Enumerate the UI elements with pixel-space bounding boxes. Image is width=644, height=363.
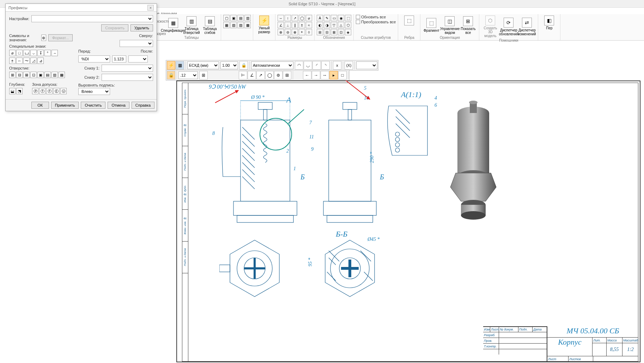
dim-icon[interactable]: ↗ [292, 15, 298, 21]
sym-countersink[interactable]: ⌵ [30, 50, 37, 56]
bend-table-button[interactable]: ▤Таблица сгибов [201, 16, 219, 35]
hole-sym[interactable]: ⊟ [16, 72, 23, 78]
misc-icon[interactable]: ▩ [244, 22, 251, 28]
sym-plusminus[interactable]: ± [9, 58, 16, 64]
annot-icon[interactable]: ⊡ [338, 29, 344, 35]
ft-arc4-button[interactable]: ◝ [321, 61, 330, 70]
dim-icon[interactable]: ◊ [306, 29, 312, 35]
ft-dim1-button[interactable]: ⊢ [239, 71, 247, 79]
apply-button[interactable]: Применить [51, 102, 79, 109]
ft-grid-button[interactable]: ▦ [176, 61, 184, 70]
misc-icon[interactable]: ▤ [237, 15, 244, 21]
top-select[interactable] [120, 40, 153, 47]
dim-icon[interactable]: ⌖ [299, 29, 305, 35]
before-select[interactable]: %DI [78, 55, 110, 63]
below2-select[interactable] [102, 74, 153, 81]
sym-between[interactable]: ↔ [16, 58, 23, 64]
dialog-titlebar[interactable]: Префиксы × [6, 4, 157, 12]
dim-icon[interactable]: ∥ [292, 22, 298, 28]
after-select[interactable] [128, 55, 148, 63]
zone-sym[interactable]: Ⓤ [60, 88, 67, 94]
symbol-link-icon[interactable]: ⊛ [41, 35, 46, 41]
hole-sym[interactable]: ⊠ [23, 72, 30, 78]
sym-counterbore[interactable]: ⌴ [23, 50, 30, 56]
clear-button[interactable]: Очистить [81, 102, 105, 109]
zone-sym[interactable]: Ⓣ [39, 88, 45, 94]
hole-sym[interactable]: ▤ [44, 72, 51, 78]
sym-degree[interactable]: ° [44, 50, 51, 56]
sym-diameter[interactable]: ⌀ [9, 50, 16, 56]
dim-icon[interactable]: ≈ [306, 22, 312, 28]
ft-arr2-button[interactable]: → [312, 71, 320, 79]
zone-sym[interactable]: Ⓟ [32, 88, 38, 94]
zone-sym[interactable]: Ⓕ [46, 88, 53, 94]
dim-icon[interactable]: ± [299, 22, 305, 28]
misc-icon[interactable]: ▥ [244, 15, 251, 21]
annot-icon[interactable]: ◑ [324, 22, 330, 28]
ft-arr3-button[interactable]: ↔ [321, 71, 329, 79]
sym-depth[interactable]: ↧ [37, 50, 44, 56]
last-button[interactable]: ◧Пер [540, 15, 558, 31]
hole-sym[interactable]: ⊡ [30, 72, 37, 78]
annot-icon[interactable]: △ [338, 22, 344, 28]
ft-dim3-button[interactable]: ↗ [256, 71, 265, 79]
annot-icon[interactable]: ◉ [338, 15, 344, 21]
depth-sym[interactable]: ⬔ [16, 88, 23, 94]
ft-xcirc-button[interactable]: (X) [345, 61, 353, 70]
annot-icon[interactable]: ⬡ [345, 22, 351, 28]
ft-end-select[interactable] [356, 61, 377, 69]
show-all-button[interactable]: ⊞Показать все [459, 16, 477, 35]
ok-button[interactable]: ОК [31, 102, 49, 109]
dim-icon[interactable]: ⊗ [292, 29, 298, 35]
annot-icon[interactable]: ◐ [317, 22, 323, 28]
ft-dim5-button[interactable]: ⊚ [274, 71, 282, 79]
sym-slope[interactable]: ◿ [30, 58, 37, 64]
drawing-canvas[interactable]: Перв. примен. Справ. № Подп. и дата Инв.… [162, 42, 643, 362]
change-mgr-button[interactable]: ⇄Диспетчер изменений [518, 17, 536, 37]
hole-sym[interactable]: ▥ [51, 72, 58, 78]
ft-dim4-button[interactable]: ◯ [265, 71, 274, 79]
convert-all-button[interactable]: Преобразовать все [356, 20, 396, 24]
settings-select[interactable] [31, 15, 153, 22]
annot-icon[interactable]: ▽ [331, 22, 337, 28]
update-mgr-button[interactable]: ⟳Диспетчер обновлений [500, 17, 517, 37]
sym-stat[interactable]: 〜 [23, 58, 30, 64]
update-all-button[interactable]: Обновить все [356, 15, 396, 19]
sym-square[interactable]: □ [16, 50, 23, 56]
dim-icon[interactable]: ⊕ [278, 29, 284, 35]
misc-icon[interactable]: ▢ [223, 15, 230, 21]
ft-lightning-button[interactable]: ⚡ [167, 61, 175, 70]
hole-sym[interactable]: ▦ [59, 72, 65, 78]
smart-dim-button[interactable]: ⚡Умный размер [255, 15, 273, 35]
annot-icon[interactable]: ◈ [345, 29, 351, 35]
ft-props-button[interactable]: ⊞ [199, 71, 208, 79]
cancel-button[interactable]: Отмена [108, 102, 129, 109]
ft-dim2-button[interactable]: ∠ [248, 71, 256, 79]
misc-icon[interactable]: ▣ [230, 15, 237, 21]
ft-x-button[interactable]: x [333, 61, 341, 70]
super-input[interactable] [112, 55, 126, 63]
ft-arr4-button[interactable]: ▸ [329, 71, 338, 79]
edges-button[interactable]: ⬚ [400, 15, 418, 27]
layer-select[interactable]: .12 [178, 71, 198, 79]
help-button[interactable]: Справка [132, 102, 154, 109]
create-3d-button[interactable]: ⬡Создать 3D модель [481, 15, 499, 38]
annot-icon[interactable]: ✎ [324, 15, 330, 21]
ft-arr5-button[interactable]: □ [338, 71, 347, 79]
delete-settings-button[interactable]: Удалить [130, 24, 153, 31]
dim-icon[interactable]: ◯ [299, 15, 305, 21]
annot-icon[interactable]: ⊠ [331, 29, 337, 35]
zone-sym[interactable]: Ⓔ [53, 88, 60, 94]
ft-arc1-button[interactable]: ◠ [295, 61, 303, 70]
ft-arc2-button[interactable]: ◡ [304, 61, 312, 70]
dim-icon[interactable]: ↔ [278, 15, 284, 21]
align-select[interactable]: Влево [78, 88, 110, 95]
dim-icon[interactable]: ⊖ [285, 29, 291, 35]
ft-dim6-button[interactable]: ⊞ [283, 71, 291, 79]
ft-lock2-button[interactable]: 🔒 [167, 71, 175, 79]
hole-sym[interactable]: ▣ [37, 72, 44, 78]
dim-icon[interactable]: ↕ [285, 15, 291, 21]
ft-arr1-button[interactable]: ← [303, 71, 311, 79]
spec-button[interactable]: ▦Спецификация [164, 17, 182, 33]
annot-icon[interactable]: ⬚ [345, 15, 351, 21]
